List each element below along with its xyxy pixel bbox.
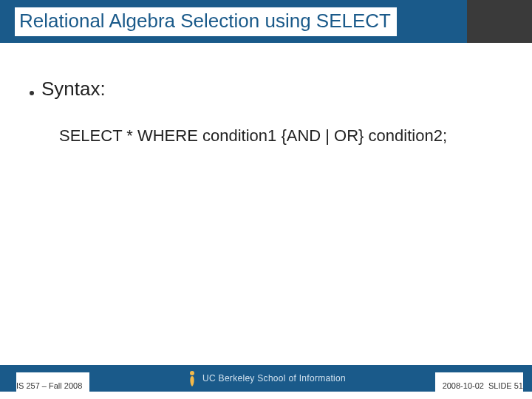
code-example: SELECT * WHERE condition1 {AND | OR} con…: [59, 126, 473, 147]
footer-left: IS 257 – Fall 2008: [16, 372, 89, 399]
footer-center: UC Berkeley School of Information: [186, 365, 346, 392]
slide: Relational Algebra Selection using SELEC…: [0, 0, 532, 399]
header-decor-tile: [467, 0, 532, 43]
slide-title: Relational Algebra Selection using SELEC…: [15, 7, 397, 36]
ischool-logo-icon: [186, 370, 198, 386]
footer-right: 2008-10-02 SLIDE 51: [435, 372, 523, 399]
bullet-dot-icon: [30, 91, 34, 95]
bullet-label: Syntax:: [41, 78, 106, 100]
bullet-row: Syntax:: [30, 78, 502, 100]
svg-point-0: [190, 371, 194, 375]
footer-center-text: UC Berkeley School of Information: [202, 373, 346, 383]
slide-body: Syntax: SELECT * WHERE condition1 {AND |…: [30, 78, 502, 147]
footer-date: 2008-10-02: [443, 381, 484, 390]
footer-slide-number: SLIDE 51: [488, 381, 523, 390]
